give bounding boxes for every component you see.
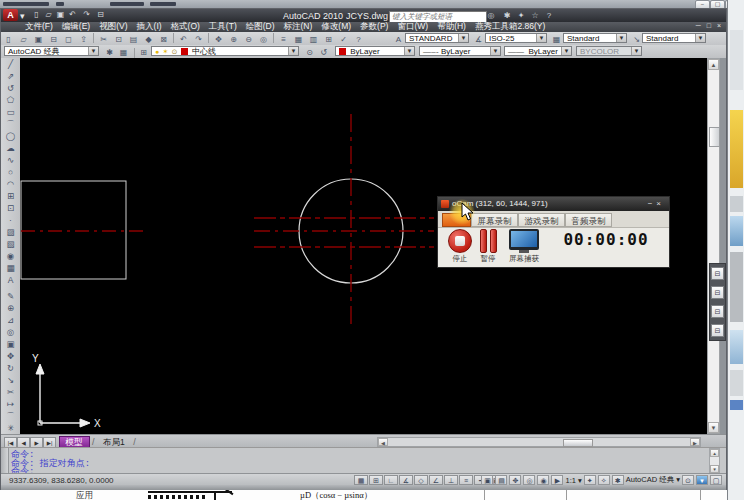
array-icon[interactable]: ▣ [3, 338, 18, 350]
rectangle-icon[interactable]: ▭ [3, 106, 18, 118]
scale-icon[interactable]: ↘ [3, 374, 18, 386]
mtext-icon[interactable]: A [3, 274, 18, 286]
gradient-icon[interactable]: ▧ [3, 238, 18, 250]
mleader-style-dropdown[interactable]: Standard▼ [642, 33, 706, 43]
search-binoculars-icon[interactable]: ◎ [485, 10, 497, 21]
offset-icon[interactable]: ◎ [3, 326, 18, 338]
viewport-tool-icon[interactable]: ⊟ [711, 324, 724, 337]
wrench-icon[interactable]: ✱ [501, 10, 513, 21]
qat-redo-icon[interactable]: ↷ [81, 10, 92, 20]
horizontal-scroll-thumb[interactable] [563, 439, 593, 447]
command-scrollbar[interactable]: ▲ ▼ [709, 448, 720, 474]
layer-dropdown[interactable]: ● ✶ ⊙ 中心线 ▼ [151, 46, 299, 56]
lineweight-dropdown[interactable]: —— ByLayer▼ [504, 46, 572, 56]
insert-block-icon[interactable]: ⊞ [3, 190, 18, 202]
ocam-close[interactable]: × [656, 199, 665, 208]
layer-on-bulb-icon[interactable]: ● [155, 47, 159, 56]
ocam-tab-screen-record[interactable]: 屏幕录制 [471, 213, 518, 227]
qat-save-icon[interactable]: ▣ [55, 10, 66, 20]
ortho-toggle[interactable]: ∟ [384, 475, 398, 485]
autocad-logo-icon[interactable]: A [3, 9, 18, 21]
extend-icon[interactable]: ↦ [3, 398, 18, 410]
viewport-tool-icon[interactable]: ⊟ [711, 286, 724, 299]
hatch-icon[interactable]: ▨ [3, 226, 18, 238]
point-icon[interactable]: · [3, 214, 18, 226]
dyn-toggle[interactable]: ≡ [459, 475, 473, 485]
copy-object-icon[interactable]: ⊕ [3, 302, 18, 314]
polyline-icon[interactable]: ↺ [3, 82, 18, 94]
pan-tool-icon[interactable]: ✥ [509, 475, 521, 485]
command-line-area[interactable]: 命令: 命令: 指定对角点: 命令: ▲ ▼ [1, 447, 726, 474]
fillet-icon[interactable]: ⌒ [3, 410, 18, 422]
rotate-icon[interactable]: ↻ [3, 362, 18, 374]
arc-icon[interactable]: ⌒ [3, 118, 18, 130]
cmd-scroll-down-icon[interactable]: ▼ [710, 465, 719, 473]
dim-style-dropdown[interactable]: ISO-25▼ [485, 33, 547, 43]
scroll-down-icon[interactable]: ▼ [708, 422, 719, 433]
qat-undo-icon[interactable]: ↶ [67, 10, 78, 20]
ocam-tab-audio-record[interactable]: 音频录制 [565, 213, 612, 227]
workspace-dropdown[interactable]: AutoCAD 经典▼ [4, 46, 99, 56]
ocam-pause-button[interactable] [480, 229, 487, 253]
layer-freeze-sun-icon[interactable]: ✶ [162, 47, 168, 56]
ocam-window-controls[interactable]: −× [648, 197, 665, 211]
viewport-tool-icon[interactable]: ⊟ [711, 267, 724, 280]
ellipse-arc-icon[interactable]: ◠ [3, 178, 18, 190]
construction-line-icon[interactable]: ⇗ [3, 70, 18, 82]
qat-open-icon[interactable]: ▱ [43, 10, 54, 20]
scroll-left-icon[interactable]: ◀ [378, 438, 388, 446]
autoscale-icon[interactable]: ✧ [598, 475, 610, 485]
steering-wheel-icon[interactable]: ◉ [537, 475, 549, 485]
snap-toggle[interactable]: ▦ [354, 475, 368, 485]
scroll-right-icon[interactable]: ▶ [690, 438, 700, 446]
ocam-capture-button[interactable] [509, 229, 539, 250]
mirror-icon[interactable]: ⊿ [3, 314, 18, 326]
horizontal-scrollbar[interactable]: ◀ ▶ [377, 437, 701, 447]
polar-toggle[interactable]: ∡ [399, 475, 413, 485]
scroll-up-icon[interactable]: ▲ [708, 59, 719, 70]
ellipse-icon[interactable]: ○ [3, 166, 18, 178]
grid-toggle[interactable]: ⊞ [369, 475, 383, 485]
circle-icon[interactable]: ◯ [3, 130, 18, 142]
lock-icon[interactable]: ⊙ [682, 475, 694, 485]
region-icon[interactable]: ◉ [3, 250, 18, 262]
move-icon[interactable]: ✥ [3, 350, 18, 362]
workspace-switch[interactable]: AutoCAD 经典 ▾ [626, 475, 680, 485]
annotation-visibility-icon[interactable]: ✦ [584, 475, 596, 485]
qat-plot-icon[interactable]: ⊟ [95, 10, 106, 20]
layer-lock-icon[interactable]: ⊙ [172, 47, 178, 56]
linetype-dropdown[interactable]: — – - ByLayer▼ [419, 46, 501, 56]
logo-dropdown-icon[interactable]: ▾ [20, 11, 25, 21]
subscription-icon[interactable]: ✦ [515, 10, 527, 21]
doc-window-controls[interactable]: ─ □ × [693, 22, 723, 31]
workspace-gear-icon[interactable]: ✱ [612, 475, 624, 485]
ducs-toggle[interactable]: ⊥ [444, 475, 458, 485]
polygon-icon[interactable]: ⬠ [3, 94, 18, 106]
quick-view-icon[interactable]: ▤ [495, 475, 507, 485]
help-icon[interactable]: ? [543, 10, 555, 21]
trim-icon[interactable]: ✂ [3, 386, 18, 398]
clean-screen-icon[interactable]: ▢ [710, 475, 722, 485]
make-block-icon[interactable]: ⊡ [3, 202, 18, 214]
otrack-toggle[interactable]: ∠ [429, 475, 443, 485]
color-dropdown[interactable]: ByLayer▼ [335, 46, 415, 56]
model-space-icon[interactable]: ▣ [481, 475, 493, 485]
zoom-tool-icon[interactable]: ◎ [523, 475, 535, 485]
text-style-dropdown[interactable]: STANDARD▼ [405, 33, 469, 43]
spline-icon[interactable]: ∿ [3, 154, 18, 166]
erase-icon[interactable]: ✎ [3, 290, 18, 302]
status-menu-icon[interactable]: ▾ [696, 475, 708, 485]
annotation-scale[interactable]: 1:1 ▾ [565, 476, 581, 485]
revcloud-icon[interactable]: ☁ [3, 142, 18, 154]
viewport-tool-icon[interactable]: ⊟ [711, 305, 724, 318]
pause-bar-icon[interactable] [490, 229, 497, 253]
ocam-tab-game-record[interactable]: 游戏录制 [518, 213, 565, 227]
qat-new-icon[interactable]: ▯ [31, 10, 42, 20]
vertical-scrollbar[interactable]: ▲ ▼ [707, 58, 720, 434]
vertical-scroll-thumb[interactable] [709, 127, 720, 147]
cmd-scroll-up-icon[interactable]: ▲ [710, 449, 719, 457]
table-icon[interactable]: ▦ [3, 262, 18, 274]
ocam-stop-button[interactable] [448, 229, 472, 253]
line-icon[interactable]: ╱ [3, 58, 18, 70]
explode-icon[interactable]: ✳ [3, 422, 18, 434]
